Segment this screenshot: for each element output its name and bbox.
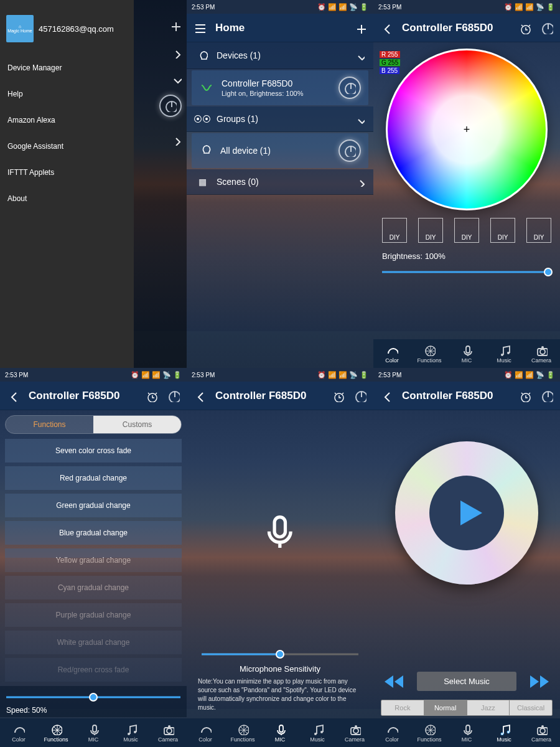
power-button[interactable] (159, 95, 182, 117)
diy-slot[interactable]: DIY (490, 218, 515, 243)
brightness-slider[interactable] (382, 266, 551, 278)
groups-header[interactable]: ⦿⦿ Groups (1) (187, 106, 373, 132)
nav-camera[interactable]: Camera (336, 718, 373, 747)
select-music-button[interactable]: Select Music (417, 672, 516, 691)
function-item[interactable]: White gradual change (5, 631, 182, 654)
top-bar: Controller F685D0 (0, 382, 187, 410)
power-icon[interactable] (353, 389, 367, 403)
scenes-header[interactable]: ▦ Scenes (0) (187, 169, 373, 195)
picker-crosshair: + (464, 123, 470, 136)
back-icon[interactable] (6, 389, 20, 403)
play-icon[interactable] (454, 497, 485, 529)
genre-rock[interactable]: Rock (381, 700, 424, 715)
function-item[interactable]: Purple gradual change (5, 603, 182, 627)
function-item[interactable]: Cyan gradual change (5, 576, 182, 599)
nav-music[interactable]: Music (485, 718, 523, 747)
drawer-item[interactable]: IFTTT Applets (0, 159, 134, 186)
tab-customs[interactable]: Customs (93, 416, 181, 433)
power-icon[interactable] (540, 21, 554, 35)
add-icon[interactable] (353, 21, 367, 35)
back-icon[interactable] (380, 389, 393, 403)
group-name: All device (1) (220, 146, 271, 156)
next-icon[interactable] (529, 674, 550, 689)
alarm-icon[interactable] (518, 21, 531, 35)
nav-color[interactable]: Color (373, 718, 411, 747)
device-item[interactable]: Controller F685D0Light on, Brightness: 1… (192, 70, 368, 105)
alarm-icon[interactable] (518, 389, 531, 403)
alarm-icon[interactable] (331, 389, 345, 403)
drawer-item[interactable]: About (0, 186, 134, 212)
back-icon[interactable] (193, 389, 207, 403)
bulb-icon (195, 50, 209, 61)
screen-functions: 2:53 PM⏰ 📶 📶 📡 🔋 Controller F685D0 Funct… (0, 368, 187, 747)
function-item[interactable]: Red/green cross fade (5, 658, 182, 682)
chevron-right-icon (355, 177, 365, 187)
power-icon[interactable] (540, 389, 554, 403)
function-item[interactable]: Yellow gradual change (5, 548, 182, 572)
diy-slot[interactable]: DIY (454, 218, 479, 243)
alarm-icon[interactable] (144, 389, 158, 403)
function-item[interactable]: Blue gradual change (5, 521, 182, 545)
mic-icon[interactable] (258, 510, 302, 553)
svg-marker-14 (540, 675, 549, 688)
menu-icon[interactable] (193, 21, 207, 35)
power-icon[interactable] (167, 389, 180, 403)
nav-camera[interactable]: Camera (149, 718, 187, 747)
nav-music[interactable]: Music (485, 339, 523, 368)
function-item[interactable]: Red gradual change (5, 466, 182, 490)
nav-mic[interactable]: MIC (448, 718, 485, 747)
diy-slot[interactable]: DIY (382, 218, 407, 243)
speed-slider[interactable] (6, 691, 180, 703)
genre-classical[interactable]: Classical (510, 700, 552, 715)
power-button[interactable] (338, 77, 361, 99)
add-icon[interactable] (168, 19, 182, 32)
diy-presets: DIY DIY DIY DIY DIY (373, 210, 560, 250)
device-name: Controller F685D0 (222, 78, 303, 88)
genre-jazz[interactable]: Jazz (467, 700, 510, 715)
chevron-right-icon (170, 47, 182, 59)
diy-slot[interactable]: DIY (418, 218, 443, 243)
nav-functions[interactable]: Functions (411, 339, 448, 368)
groups-icon: ⦿⦿ (195, 114, 209, 124)
nav-functions[interactable]: Functions (37, 718, 75, 747)
status-bar: 2:53 PM⏰ 📶 📶 📡 🔋 (187, 0, 373, 14)
nav-color[interactable]: Color (373, 339, 411, 368)
mic-note: Note:You can minimize the app to play mu… (187, 674, 373, 716)
status-bar: 2:53 PM⏰ 📶 📶 📡 🔋 (373, 0, 560, 14)
group-item[interactable]: All device (1) (192, 133, 368, 168)
function-item[interactable]: Seven color cross fade (5, 439, 182, 463)
nav-music[interactable]: Music (299, 718, 336, 747)
sensitivity-slider[interactable] (202, 648, 358, 660)
genre-normal[interactable]: Normal (424, 700, 467, 715)
tab-functions[interactable]: Functions (6, 416, 93, 433)
back-icon[interactable] (380, 21, 393, 35)
color-wheel[interactable]: + (386, 49, 548, 210)
user-header[interactable]: ⌂Magic Home 457162863@qq.com (0, 5, 134, 55)
power-button[interactable] (338, 139, 361, 162)
nav-mic[interactable]: MIC (75, 718, 112, 747)
diy-slot[interactable]: DIY (526, 218, 551, 243)
nav-functions[interactable]: Functions (224, 718, 261, 747)
top-bar: Controller F685D0 (187, 382, 373, 410)
devices-header[interactable]: Devices (1) (187, 42, 373, 69)
drawer-item[interactable]: Device Manager (0, 55, 134, 81)
nav-mic[interactable]: MIC (448, 339, 485, 368)
page-title: Home (215, 22, 245, 34)
drawer-item[interactable]: Help (0, 81, 134, 107)
status-bar: 2:53 PM⏰ 📶 📶 📡 🔋 (373, 368, 560, 382)
nav-camera[interactable]: Camera (523, 339, 560, 368)
bottom-nav: Color Functions MIC Music Camera (187, 718, 373, 747)
nav-mic[interactable]: MIC (261, 718, 299, 747)
nav-color[interactable]: Color (187, 718, 224, 747)
user-email: 457162863@qq.com (39, 24, 114, 34)
drawer-item[interactable]: Amazon Alexa (0, 107, 134, 133)
nav-functions[interactable]: Functions (411, 718, 448, 747)
nav-music[interactable]: Music (112, 718, 149, 747)
drawer-item[interactable]: Google Assistant (0, 133, 134, 159)
music-disc[interactable] (395, 441, 538, 585)
function-tabs: Functions Customs (5, 415, 182, 434)
nav-color[interactable]: Color (0, 718, 37, 747)
function-item[interactable]: Green gradual change (5, 494, 182, 517)
prev-icon[interactable] (383, 674, 404, 689)
nav-camera[interactable]: Camera (523, 718, 560, 747)
